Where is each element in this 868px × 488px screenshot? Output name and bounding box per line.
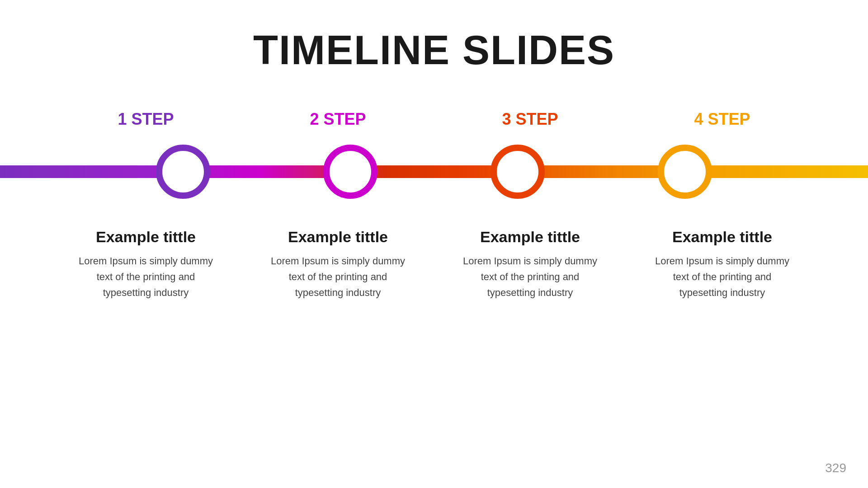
content-row: Example tittle Lorem Ipsum is simply dum… (50, 228, 818, 301)
card-body-2: Lorem Ipsum is simply dummy text of the … (270, 253, 406, 301)
circle-node-4 (658, 145, 712, 199)
content-card-1: Example tittle Lorem Ipsum is simply dum… (78, 228, 214, 301)
step-label-2: 2 STEP (270, 110, 406, 129)
step-label-1: 1 STEP (78, 110, 214, 129)
card-body-1: Lorem Ipsum is simply dummy text of the … (78, 253, 214, 301)
circle-node-3 (491, 145, 545, 199)
page-number: 329 (825, 461, 846, 475)
card-title-4: Example tittle (655, 228, 790, 246)
timeline-track (0, 142, 868, 201)
content-card-4: Example tittle Lorem Ipsum is simply dum… (655, 228, 790, 301)
circles-row (0, 145, 868, 199)
content-card-3: Example tittle Lorem Ipsum is simply dum… (462, 228, 598, 301)
circle-node-2 (323, 145, 377, 199)
step-label-4: 4 STEP (655, 110, 790, 129)
card-body-4: Lorem Ipsum is simply dummy text of the … (655, 253, 790, 301)
slide: TIMELINE SLIDES 1 STEP 2 STEP 3 STEP 4 S… (0, 0, 868, 488)
step-label-3: 3 STEP (462, 110, 598, 129)
timeline-area: 1 STEP 2 STEP 3 STEP 4 STEP Example titt… (0, 110, 868, 301)
card-title-1: Example tittle (78, 228, 214, 246)
card-title-2: Example tittle (270, 228, 406, 246)
card-body-3: Lorem Ipsum is simply dummy text of the … (462, 253, 598, 301)
card-title-3: Example tittle (462, 228, 598, 246)
main-title: TIMELINE SLIDES (253, 27, 615, 74)
step-labels: 1 STEP 2 STEP 3 STEP 4 STEP (50, 110, 818, 129)
content-card-2: Example tittle Lorem Ipsum is simply dum… (270, 228, 406, 301)
title-section: TIMELINE SLIDES (253, 27, 615, 74)
circle-node-1 (156, 145, 210, 199)
